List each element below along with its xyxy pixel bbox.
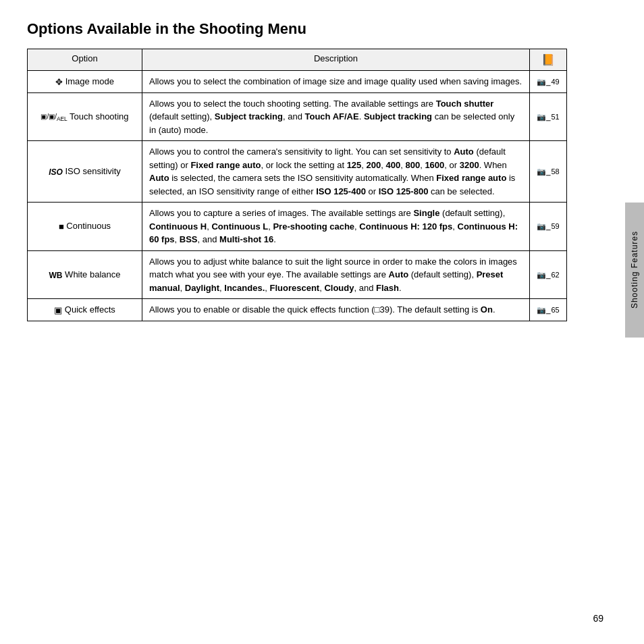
table-row: WB White balanceAllows you to adjust whi… xyxy=(28,250,567,299)
option-cell: WB White balance xyxy=(28,250,142,299)
header-ref: 📙 xyxy=(530,49,567,71)
ref-cell: 📷⎯49 xyxy=(530,71,567,93)
table-row: ■ ContinuousAllows you to capture a seri… xyxy=(28,203,567,251)
description-cell: Allows you to select the combination of … xyxy=(142,71,530,93)
description-cell: Allows you to enable or disable the quic… xyxy=(142,299,530,321)
table-row: ▣ Quick effectsAllows you to enable or d… xyxy=(28,299,567,321)
option-cell: ▣/▣/AEL Touch shooting xyxy=(28,92,142,141)
header-option: Option xyxy=(28,49,142,71)
ref-cell: 📷⎯58 xyxy=(530,141,567,203)
option-cell: ✥ Image mode xyxy=(28,71,142,93)
page-title: Options Available in the Shooting Menu xyxy=(27,20,567,38)
option-cell: ■ Continuous xyxy=(28,203,142,251)
page-number: 69 xyxy=(593,613,603,624)
header-description: Description xyxy=(142,49,530,71)
description-cell: Allows you to capture a series of images… xyxy=(142,203,530,251)
description-cell: Allows you to adjust white balance to su… xyxy=(142,250,530,299)
table-row: ISO ISO sensitivityAllows you to control… xyxy=(28,141,567,203)
ref-cell: 📷⎯51 xyxy=(530,92,567,141)
ref-cell: 📷⎯59 xyxy=(530,203,567,251)
description-cell: Allows you to select the touch shooting … xyxy=(142,92,530,141)
option-cell: ▣ Quick effects xyxy=(28,299,142,321)
option-cell: ISO ISO sensitivity xyxy=(28,141,142,203)
sidebar-label: Shooting Features xyxy=(625,203,644,338)
ref-cell: 📷⎯65 xyxy=(530,299,567,321)
ref-cell: 📷⎯62 xyxy=(530,250,567,299)
table-row: ✥ Image modeAllows you to select the com… xyxy=(28,71,567,93)
options-table: Option Description 📙 ✥ Image modeAllows … xyxy=(27,49,567,321)
table-row: ▣/▣/AEL Touch shootingAllows you to sele… xyxy=(28,92,567,141)
description-cell: Allows you to control the camera's sensi… xyxy=(142,141,530,203)
